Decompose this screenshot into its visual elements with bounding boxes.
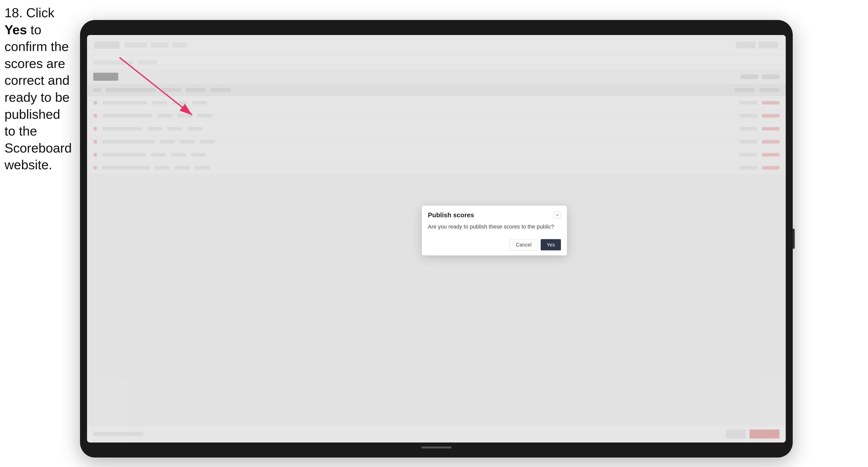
cancel-button[interactable]: Cancel bbox=[510, 239, 538, 250]
tablet-side-button bbox=[793, 229, 795, 249]
step-number: 18. bbox=[4, 5, 23, 20]
bold-yes: Yes bbox=[4, 23, 27, 37]
tablet-screen: Publish scores × Are you ready to publis… bbox=[87, 35, 786, 442]
tablet-device: Publish scores × Are you ready to publis… bbox=[80, 20, 793, 458]
text-after: to confirm the scores are correct and re… bbox=[4, 23, 72, 172]
publish-scores-dialog[interactable]: Publish scores × Are you ready to publis… bbox=[422, 206, 567, 255]
home-indicator bbox=[422, 446, 452, 448]
instruction-text: 18. Click Yes to confirm the scores are … bbox=[4, 4, 74, 174]
dialog-title: Publish scores bbox=[428, 211, 474, 219]
dialog-footer: Cancel Yes bbox=[422, 236, 567, 255]
dialog-body-text: Are you ready to publish these scores to… bbox=[428, 223, 554, 230]
yes-button[interactable]: Yes bbox=[541, 239, 561, 250]
dialog-body: Are you ready to publish these scores to… bbox=[422, 223, 567, 236]
dialog-close-button[interactable]: × bbox=[554, 212, 561, 218]
text-before-bold: Click bbox=[26, 5, 55, 20]
tablet-top-bar bbox=[87, 28, 786, 32]
dialog-header: Publish scores × bbox=[422, 206, 567, 223]
tablet-bottom bbox=[87, 445, 786, 450]
